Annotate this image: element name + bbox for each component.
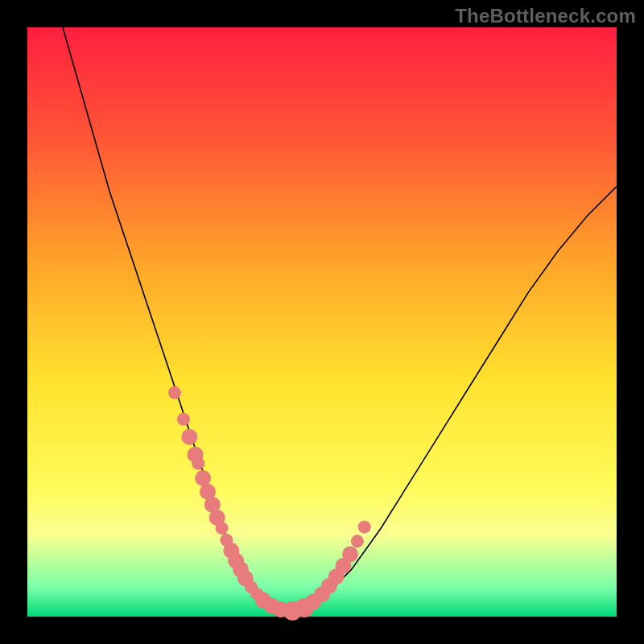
watermark-text: TheBottleneck.com — [455, 5, 636, 27]
highlight-dot — [358, 521, 371, 534]
highlight-dot — [192, 457, 204, 470]
highlight-dot — [181, 429, 197, 445]
highlight-dot — [342, 546, 358, 562]
chart-frame — [27, 27, 617, 617]
highlight-dot — [216, 522, 229, 535]
highlight-dots — [168, 386, 371, 621]
highlight-dot — [351, 535, 364, 547]
highlight-dot — [168, 386, 181, 399]
chart-svg — [27, 27, 617, 617]
highlight-dot — [177, 413, 190, 426]
bottleneck-curve — [63, 27, 617, 612]
